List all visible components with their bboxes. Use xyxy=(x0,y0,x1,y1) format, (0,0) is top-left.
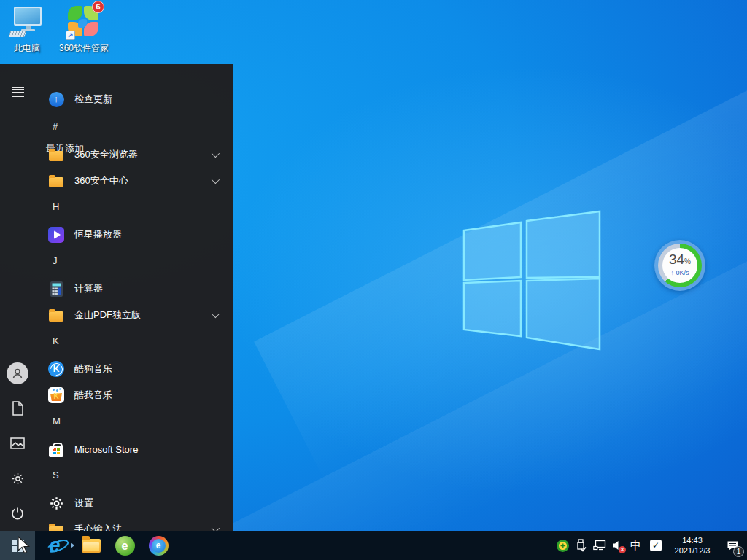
start-menu-item-settings[interactable]: 设置 xyxy=(35,490,233,516)
start-menu-item-microsoft-store[interactable]: Microsoft Store xyxy=(35,436,233,462)
start-menu-item-kingsoft-pdf[interactable]: 金山PDF独立版 xyxy=(35,302,233,328)
pictures-icon xyxy=(10,438,25,449)
desktop-icon-360-manager[interactable]: 6 ↗ 360软件管家 xyxy=(58,4,109,55)
taskbar: e e e + xyxy=(0,531,747,560)
start-menu-item-kugou-music[interactable]: K 酷狗音乐 xyxy=(35,356,233,382)
usb-icon xyxy=(576,539,587,552)
desktop-icon-this-pc[interactable]: 此电脑 xyxy=(4,4,50,55)
section-header-j[interactable]: J xyxy=(35,249,233,271)
desktop-icon-label: 此电脑 xyxy=(4,42,50,55)
start-menu-item-360-security[interactable]: 360安全中心 xyxy=(35,168,233,194)
section-header-hash[interactable]: # xyxy=(35,115,233,137)
avatar xyxy=(7,362,28,384)
player-icon xyxy=(48,227,64,243)
section-header-m[interactable]: M xyxy=(35,410,233,432)
network-icon xyxy=(593,540,606,551)
360-manager-icon: 6 ↗ xyxy=(66,4,101,39)
documents-button[interactable] xyxy=(0,391,35,426)
net-speed-widget[interactable]: 34% ↑ 0K/s xyxy=(654,240,705,291)
kugou-icon: K xyxy=(48,361,64,377)
hamburger-menu-button[interactable] xyxy=(0,70,35,105)
start-menu-item-calculator[interactable]: 计算器 xyxy=(35,276,233,302)
start-menu: 最近添加 ↑ 检查更新 # 360安全浏览器 360安全中心 H 恒星播放器 J xyxy=(0,64,233,531)
internet-explorer-icon: e xyxy=(49,536,60,556)
usage-percent: 34 xyxy=(669,252,684,267)
ime-chinese-indicator: 中 xyxy=(630,539,641,553)
folder-icon xyxy=(49,151,63,161)
folder-icon xyxy=(49,177,63,187)
document-icon xyxy=(11,401,24,416)
gear-icon xyxy=(11,472,25,486)
desktop-icon-label: 360软件管家 xyxy=(58,42,109,55)
store-icon xyxy=(49,446,63,457)
tray-ime-indicator[interactable]: 中 xyxy=(627,531,645,560)
taskbar-360-browser-button[interactable]: e xyxy=(108,531,142,560)
mute-badge-icon: × xyxy=(619,546,626,553)
upload-speed: 0K/s xyxy=(676,269,689,276)
taskbar-file-explorer-button[interactable] xyxy=(74,531,108,560)
power-button[interactable] xyxy=(0,496,35,531)
chevron-down-icon[interactable] xyxy=(212,149,220,158)
shortcut-arrow-icon: ↗ xyxy=(66,31,75,40)
start-menu-rail xyxy=(0,64,35,531)
update-icon: ↑ xyxy=(49,92,64,107)
start-menu-item-check-updates[interactable]: ↑ 检查更新 xyxy=(35,86,233,112)
clock-time: 14:43 xyxy=(667,535,718,545)
taskbar-360-extreme-browser-button[interactable]: e xyxy=(142,531,175,560)
folder-icon xyxy=(49,526,63,531)
user-account-button[interactable] xyxy=(0,356,35,391)
chevron-down-icon[interactable] xyxy=(212,310,220,318)
usage-ring: 34% ↑ 0K/s xyxy=(658,244,702,287)
folder-icon xyxy=(49,311,63,322)
this-pc-icon xyxy=(9,4,44,39)
windows-start-icon xyxy=(12,540,24,552)
defender-check-icon: ✓ xyxy=(650,540,662,551)
start-button[interactable] xyxy=(0,531,35,560)
section-header-k[interactable]: K xyxy=(35,330,233,351)
rail-settings-button[interactable] xyxy=(0,461,35,496)
pictures-button[interactable] xyxy=(0,426,35,461)
notification-count-badge: 1 xyxy=(733,546,744,557)
taskbar-clock[interactable]: 14:43 2021/12/3 xyxy=(667,535,718,556)
tray-volume-muted[interactable]: × xyxy=(608,531,627,560)
tray-360-ball[interactable]: + xyxy=(554,531,572,560)
section-header-h[interactable]: H xyxy=(35,195,233,217)
file-explorer-icon xyxy=(82,539,101,553)
taskbar-ie-button[interactable]: e xyxy=(35,531,74,560)
action-center-button[interactable]: 1 xyxy=(718,531,747,560)
360-extreme-browser-icon: e xyxy=(149,536,169,556)
calculator-icon xyxy=(50,281,63,297)
start-menu-item-hengxing-player[interactable]: 恒星播放器 xyxy=(35,222,233,248)
chevron-down-icon[interactable] xyxy=(212,176,220,184)
tray-defender[interactable]: ✓ xyxy=(645,531,667,560)
kuwo-icon: K xyxy=(48,387,64,403)
tray-network[interactable] xyxy=(590,531,608,560)
update-count-badge: 6 xyxy=(92,1,104,13)
chevron-down-icon[interactable] xyxy=(212,524,220,531)
start-menu-item-kuwo-music[interactable]: K 酷我音乐 xyxy=(35,382,233,408)
gear-icon xyxy=(49,496,64,511)
section-header-s[interactable]: S xyxy=(35,464,233,486)
clock-date: 2021/12/3 xyxy=(667,545,718,556)
tray-usb[interactable] xyxy=(572,531,590,560)
360-browser-icon: e xyxy=(115,536,135,556)
system-tray: + × xyxy=(554,531,747,560)
power-icon xyxy=(11,507,24,520)
upload-arrow-icon: ↑ xyxy=(670,269,674,276)
start-menu-item-shouxin-ime[interactable]: 手心输入法 xyxy=(35,516,233,531)
360-ball-icon: + xyxy=(557,540,569,552)
screen: 此电脑 6 ↗ 360软件管家 34% ↑ 0K/s xyxy=(0,0,747,560)
start-menu-item-360-browser[interactable]: 360安全浏览器 xyxy=(35,141,233,168)
